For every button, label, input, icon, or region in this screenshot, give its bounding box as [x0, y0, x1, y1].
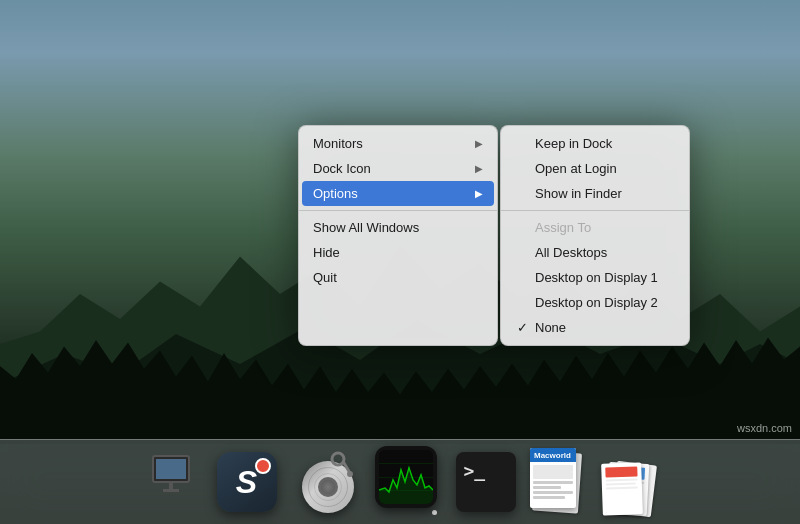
screen-sharing-icon [148, 455, 193, 510]
dock-item-stacks[interactable]: S [213, 448, 281, 516]
dock: S [0, 439, 800, 524]
activity-wave-svg [379, 450, 433, 504]
watermark: wsxdn.com [737, 422, 792, 434]
dock-item-disk-utility[interactable] [289, 446, 361, 518]
disk-utility-icon [294, 451, 356, 513]
svg-point-0 [332, 453, 344, 465]
submenu-desktop-display-1[interactable]: Desktop on Display 1 [501, 265, 689, 290]
terminal-app-icon: >_ [456, 452, 516, 512]
stethoscope-svg [328, 451, 356, 479]
menu-item-show-all[interactable]: Show All Windows [299, 215, 497, 240]
menu-item-quit[interactable]: Quit [299, 265, 497, 290]
submenu-keep-in-dock[interactable]: Keep in Dock [501, 131, 689, 156]
submenu-assign-to: Assign To [501, 215, 689, 240]
menu-item-monitors[interactable]: Monitors ▶ [299, 131, 497, 156]
stacks-app-icon: S [217, 452, 277, 512]
stacks-letter: S [236, 464, 257, 501]
submenu-none[interactable]: ✓ None [501, 315, 689, 340]
submenu-separator-1 [501, 210, 689, 211]
macworld-icon: Macworld [530, 448, 585, 516]
activity-monitor-running-dot [432, 510, 437, 515]
dock-item-activity-monitor[interactable] [369, 445, 444, 520]
dock-item-macworld[interactable]: Macworld [528, 445, 588, 520]
submenu-options: Keep in Dock Open at Login Show in Finde… [500, 125, 690, 346]
options-arrow: ▶ [475, 188, 483, 199]
dock-item-screen-sharing[interactable] [137, 448, 205, 516]
activity-monitor-icon [375, 446, 437, 508]
svg-point-2 [347, 471, 353, 477]
menu-item-hide[interactable]: Hide [299, 240, 497, 265]
dock-item-documents[interactable] [596, 448, 664, 516]
menu-item-dock-icon[interactable]: Dock Icon ▶ [299, 156, 497, 181]
dock-item-terminal[interactable]: >_ [452, 448, 520, 516]
terminal-prompt-text: >_ [464, 460, 486, 481]
stacks-notification-dot [255, 458, 271, 474]
monitors-arrow: ▶ [475, 138, 483, 149]
submenu-open-at-login[interactable]: Open at Login [501, 156, 689, 181]
none-checkmark: ✓ [515, 320, 529, 335]
submenu-show-in-finder[interactable]: Show in Finder [501, 181, 689, 206]
dock-icon-arrow: ▶ [475, 163, 483, 174]
menu-item-options[interactable]: Options ▶ [302, 181, 494, 206]
menu-separator-1 [299, 210, 497, 211]
documents-stack-icon [602, 450, 657, 515]
context-menu: Monitors ▶ Dock Icon ▶ Options ▶ Show Al… [298, 125, 498, 346]
submenu-desktop-display-2[interactable]: Desktop on Display 2 [501, 290, 689, 315]
context-menu-container: Monitors ▶ Dock Icon ▶ Options ▶ Show Al… [298, 125, 690, 346]
submenu-all-desktops[interactable]: All Desktops [501, 240, 689, 265]
